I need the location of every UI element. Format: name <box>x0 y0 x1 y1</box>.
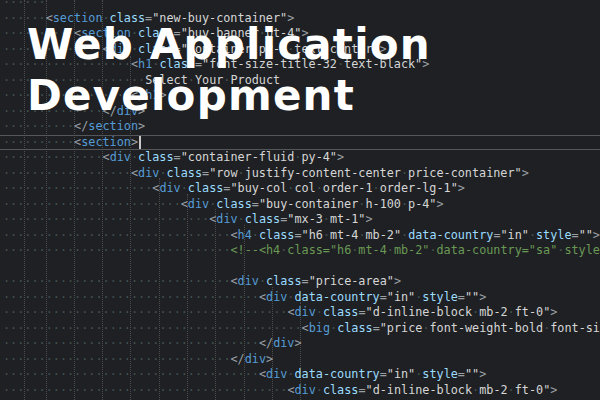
whitespace-dot: · <box>39 150 46 164</box>
whitespace-dot: · <box>287 290 294 304</box>
whitespace-dot: · <box>95 321 102 335</box>
whitespace-dot: · <box>401 197 408 211</box>
token-tag: div <box>138 166 159 180</box>
whitespace-dot: · <box>110 181 117 195</box>
token-str: "price·font-weight-bold·font-size-28" <box>380 321 600 335</box>
whitespace-dot: · <box>31 166 38 180</box>
whitespace-dot: · <box>159 336 166 350</box>
whitespace-dot: · <box>259 321 266 335</box>
whitespace-dot: · <box>245 321 252 335</box>
whitespace-dot: · <box>110 166 117 180</box>
whitespace-dot: · <box>131 181 138 195</box>
whitespace-dot: · <box>60 119 67 133</box>
token-str: "in" <box>387 367 415 381</box>
code-line[interactable]: ········································… <box>0 321 600 337</box>
code-line[interactable]: ········································… <box>0 383 600 399</box>
whitespace-dot: · <box>110 367 117 381</box>
code-line[interactable]: ········································… <box>0 305 600 321</box>
whitespace-dot: · <box>53 228 60 242</box>
whitespace-dot: · <box>103 290 110 304</box>
whitespace-dot: · <box>46 181 53 195</box>
token-str: "d-inline-block·mb-2·ft-0" <box>366 383 551 397</box>
code-line[interactable]: ·····························<div·class=… <box>0 212 600 228</box>
code-line[interactable]: ····································<div… <box>0 367 600 383</box>
whitespace-dot: · <box>110 336 117 350</box>
whitespace-dot: · <box>95 166 102 180</box>
code-line[interactable]: ······ <box>0 0 600 11</box>
token-p: = <box>302 274 309 288</box>
whitespace-dot: · <box>60 150 67 164</box>
whitespace-dot: · <box>159 352 166 366</box>
whitespace-dot: · <box>95 290 102 304</box>
code-line[interactable]: ································<!--<h4·… <box>0 243 600 259</box>
code-line[interactable]: ··················<div·class="row·justif… <box>0 166 600 182</box>
whitespace-dot: · <box>117 228 124 242</box>
token-p: > <box>479 367 486 381</box>
token-tag: div <box>294 383 315 397</box>
whitespace-dot: · <box>31 212 38 226</box>
whitespace-dot: · <box>53 274 60 288</box>
whitespace-dot: · <box>124 197 131 211</box>
token-p: < <box>181 197 188 211</box>
whitespace-dot: · <box>110 197 117 211</box>
whitespace-dot: · <box>53 212 60 226</box>
code-line[interactable]: ··········</section> <box>0 119 600 135</box>
code-line[interactable]: ····································<div… <box>0 290 600 306</box>
whitespace-dot: · <box>117 336 124 350</box>
code-line[interactable] <box>0 259 600 275</box>
code-line[interactable]: ································<div·cla… <box>0 274 600 290</box>
whitespace-dot: · <box>95 367 102 381</box>
token-str: "" <box>465 367 479 381</box>
code-line[interactable]: ································</div> <box>0 352 600 368</box>
token-tag: div <box>238 274 259 288</box>
whitespace-dot: · <box>231 290 238 304</box>
whitespace-dot: · <box>53 150 60 164</box>
whitespace-dot: · <box>60 383 67 397</box>
whitespace-dot: · <box>231 305 238 319</box>
code-line[interactable]: ·························<div·class="buy… <box>0 197 600 213</box>
whitespace-dot: · <box>238 367 245 381</box>
whitespace-dot: · <box>174 383 181 397</box>
code-line[interactable]: ····································</di… <box>0 336 600 352</box>
whitespace-dot: · <box>60 135 67 149</box>
whitespace-dot: · <box>181 336 188 350</box>
whitespace-dot: · <box>159 367 166 381</box>
code-line[interactable]: ··········<section> <box>0 135 600 151</box>
token-p: = <box>572 228 579 242</box>
token-com: <!--<h4·class="h6·mt-4·mb-2"·data-countr… <box>231 243 600 257</box>
token-tag: div <box>266 290 287 304</box>
code-line[interactable]: ·····················<div·class="buy-col… <box>0 181 600 197</box>
token-p: = <box>458 290 465 304</box>
whitespace-dot: · <box>358 228 365 242</box>
whitespace-dot: · <box>167 243 174 257</box>
whitespace-dot: · <box>131 321 138 335</box>
overlay-title-line1: Web Application <box>27 19 431 70</box>
whitespace-dot: · <box>223 274 230 288</box>
whitespace-dot: · <box>110 290 117 304</box>
whitespace-dot: · <box>174 305 181 319</box>
whitespace-dot: · <box>31 305 38 319</box>
token-tag: h4 <box>238 228 252 242</box>
whitespace-dot: · <box>53 197 60 211</box>
token-attr: ·class <box>252 228 295 242</box>
whitespace-dot: · <box>53 305 60 319</box>
whitespace-dot: · <box>60 212 67 226</box>
token-p: > <box>522 166 529 180</box>
whitespace-dot: · <box>323 212 330 226</box>
token-attr: ·style <box>415 290 458 304</box>
whitespace-dot: · <box>46 336 53 350</box>
whitespace-dot: · <box>39 181 46 195</box>
whitespace-dot: · <box>31 228 38 242</box>
whitespace-dot: · <box>39 352 46 366</box>
whitespace-dot: · <box>223 290 230 304</box>
whitespace-dot: · <box>31 243 38 257</box>
whitespace-dot: · <box>294 150 301 164</box>
whitespace-dot: · <box>31 383 38 397</box>
code-line[interactable]: ································<h4·clas… <box>0 228 600 244</box>
whitespace-dot: · <box>124 336 131 350</box>
code-line[interactable]: ··············<div·class="container-flui… <box>0 150 600 166</box>
token-str: "price-area" <box>309 274 394 288</box>
whitespace-dot: · <box>238 336 245 350</box>
whitespace-dot: · <box>238 212 245 226</box>
whitespace-dot: · <box>231 321 238 335</box>
